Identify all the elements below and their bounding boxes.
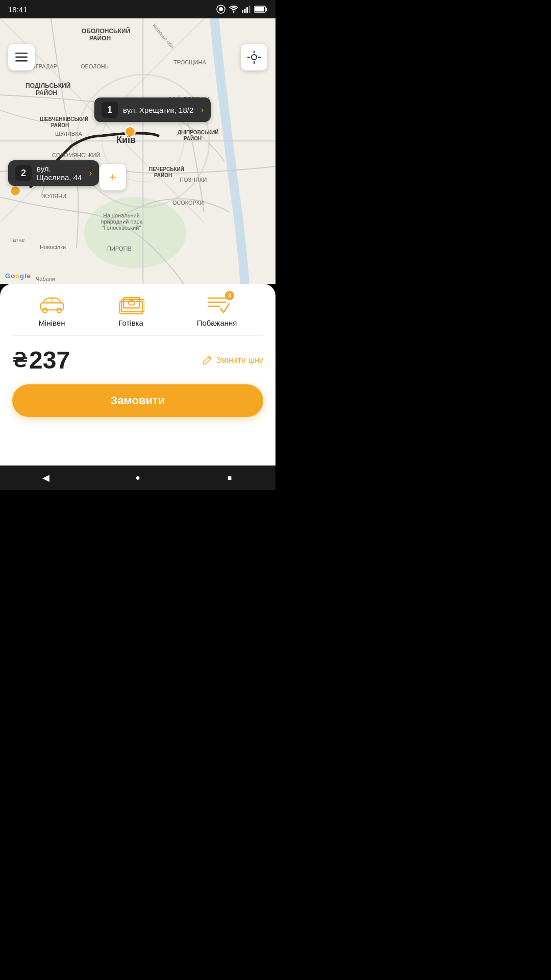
order-button[interactable]: Замовити <box>12 384 263 417</box>
google-logo: Google <box>5 272 31 280</box>
svg-rect-3 <box>244 9 246 13</box>
order-button-label: Замовити <box>111 394 165 407</box>
app-icon <box>216 5 226 14</box>
svg-line-38 <box>208 357 210 359</box>
svg-point-18 <box>10 186 20 196</box>
menu-button[interactable] <box>8 44 35 70</box>
waypoint2-address: вул.Щаслива, 44 <box>37 164 82 182</box>
vehicle-label: Мінівен <box>39 318 65 327</box>
preferences-option[interactable]: 3 Побажання <box>197 294 237 327</box>
svg-point-17 <box>125 127 135 137</box>
waypoint1-number: 1 <box>102 102 118 118</box>
edit-icon <box>202 355 212 365</box>
nav-home-icon: ● <box>135 473 140 482</box>
battery-icon <box>254 6 267 13</box>
svg-rect-7 <box>266 8 267 11</box>
nav-home-button[interactable]: ● <box>128 468 148 488</box>
price-amount: 237 <box>29 346 70 374</box>
price-currency: ₴ <box>12 349 27 372</box>
svg-rect-5 <box>249 6 251 13</box>
payment-icon <box>118 294 144 314</box>
waypoint1-tooltip[interactable]: 1 вул. Хрещатик, 18/2 › <box>94 97 211 122</box>
map-background: ОБОЛОНСЬКИЙ РАЙОН ВИНОГРАДАР ОБОЛОНЬ ТРО… <box>0 18 276 284</box>
svg-rect-19 <box>15 53 28 54</box>
preferences-icon: 3 <box>204 294 230 314</box>
map-area[interactable]: ОБОЛОНСЬКИЙ РАЙОН ВИНОГРАДАР ОБОЛОНЬ ТРО… <box>0 18 276 284</box>
waypoint2-tooltip[interactable]: 2 вул.Щаслива, 44 › <box>8 160 99 186</box>
nav-back-button[interactable]: ◀ <box>36 468 56 488</box>
nav-recents-button[interactable]: ■ <box>219 468 240 488</box>
status-time: 18:41 <box>8 5 28 14</box>
svg-rect-4 <box>246 7 248 13</box>
location-button[interactable] <box>241 44 267 70</box>
payment-label: Готівка <box>118 318 143 327</box>
status-bar: 18:41 <box>0 0 276 18</box>
service-options: Мінівен Готівка <box>12 294 263 336</box>
price-display: ₴ 237 <box>12 346 70 374</box>
bottom-panel: Мінівен Готівка <box>0 284 276 490</box>
preferences-label: Побажання <box>197 318 237 327</box>
svg-point-22 <box>252 55 257 60</box>
nav-recents-icon: ■ <box>228 474 232 482</box>
add-stop-button[interactable]: + <box>99 164 126 190</box>
wifi-icon <box>229 5 239 13</box>
preferences-badge: 3 <box>225 291 234 300</box>
add-stop-icon: + <box>109 170 116 184</box>
svg-rect-8 <box>255 7 264 12</box>
waypoint1-address: вул. Хрещатик, 18/2 <box>123 106 193 114</box>
status-icons <box>216 5 267 14</box>
svg-rect-2 <box>242 10 243 13</box>
nav-back-icon: ◀ <box>42 472 49 483</box>
waypoint2-arrow: › <box>89 168 92 179</box>
change-price-button[interactable]: Змінити ціну <box>202 355 263 365</box>
change-price-label: Змінити ціну <box>216 356 263 365</box>
minivan-svg <box>39 295 65 314</box>
vehicle-option[interactable]: Мінівен <box>39 294 65 327</box>
waypoint1-arrow: › <box>201 105 204 115</box>
location-icon <box>247 51 261 64</box>
svg-point-1 <box>219 7 223 11</box>
vehicle-icon <box>39 294 65 314</box>
map-svg <box>0 18 276 284</box>
payment-option[interactable]: Готівка <box>118 294 144 327</box>
cash-svg <box>118 294 144 314</box>
price-row: ₴ 237 Змінити ціну <box>12 346 263 374</box>
waypoint2-number: 2 <box>15 165 32 181</box>
svg-rect-21 <box>15 60 28 62</box>
svg-rect-20 <box>15 57 28 58</box>
signal-icon <box>242 5 251 13</box>
android-nav-bar: ◀ ● ■ <box>0 465 276 490</box>
hamburger-icon <box>15 53 28 62</box>
